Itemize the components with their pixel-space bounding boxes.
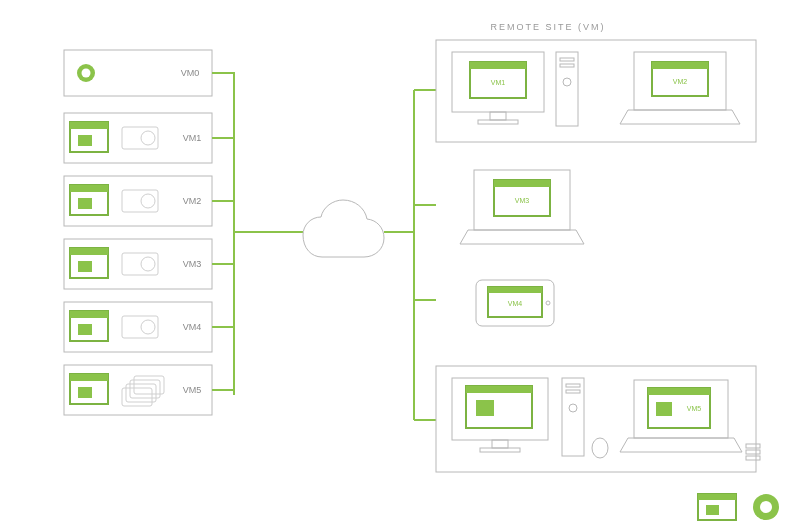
app-window-icon bbox=[70, 248, 108, 278]
svg-rect-63 bbox=[566, 384, 580, 387]
gpu-card-icon bbox=[122, 316, 158, 338]
app-window-icon bbox=[70, 122, 108, 152]
footer-app-window-icon bbox=[698, 494, 736, 520]
svg-rect-43 bbox=[560, 64, 574, 67]
peripheral-icon bbox=[746, 444, 760, 460]
svg-rect-13 bbox=[122, 190, 158, 212]
vm-row-2: VM2 bbox=[64, 176, 212, 226]
host-vm0-label: VM0 bbox=[181, 68, 200, 78]
svg-rect-19 bbox=[122, 253, 158, 275]
vm-row-1: VM1 bbox=[64, 113, 212, 163]
svg-rect-58 bbox=[480, 448, 520, 452]
remote-tablet: VM4 bbox=[476, 280, 554, 326]
footer-nvidia-ring-icon bbox=[753, 494, 779, 520]
laptop-icon: VM2 bbox=[620, 52, 740, 124]
cloud-icon bbox=[303, 200, 384, 257]
vm-row-5: VM5 bbox=[64, 365, 212, 415]
svg-rect-17 bbox=[70, 248, 108, 255]
svg-rect-5 bbox=[70, 122, 108, 129]
svg-point-8 bbox=[141, 131, 155, 145]
svg-rect-6 bbox=[78, 135, 92, 146]
vm-row-3: VM3 bbox=[64, 239, 212, 289]
svg-rect-50 bbox=[494, 180, 550, 187]
svg-rect-40 bbox=[470, 62, 526, 69]
svg-rect-18 bbox=[78, 261, 92, 272]
svg-point-44 bbox=[563, 78, 571, 86]
remote-bottom-laptop-label: VM5 bbox=[687, 405, 702, 412]
svg-point-66 bbox=[592, 438, 608, 458]
svg-rect-64 bbox=[566, 390, 580, 393]
nvidia-ring-icon bbox=[77, 64, 95, 82]
svg-rect-57 bbox=[492, 440, 508, 448]
remote-tablet-label: VM4 bbox=[508, 300, 523, 307]
gpu-card-icon bbox=[122, 253, 158, 275]
gpu-card-icon bbox=[122, 127, 158, 149]
svg-rect-7 bbox=[122, 127, 158, 149]
desktop-icon: VM1 bbox=[452, 52, 544, 124]
svg-rect-69 bbox=[648, 388, 710, 395]
gpu-stack-icon bbox=[122, 376, 164, 406]
svg-rect-11 bbox=[70, 185, 108, 192]
svg-rect-70 bbox=[656, 402, 672, 416]
svg-rect-42 bbox=[560, 58, 574, 61]
svg-rect-75 bbox=[698, 494, 736, 500]
vm-row-label: VM4 bbox=[183, 322, 202, 332]
svg-rect-23 bbox=[70, 311, 108, 318]
svg-rect-12 bbox=[78, 198, 92, 209]
remote-mid-laptop: VM3 bbox=[460, 170, 584, 244]
svg-rect-38 bbox=[478, 120, 518, 124]
vm-row-label: VM3 bbox=[183, 259, 202, 269]
svg-rect-71 bbox=[746, 444, 760, 448]
svg-rect-73 bbox=[746, 456, 760, 460]
svg-point-78 bbox=[760, 501, 772, 513]
svg-rect-72 bbox=[746, 450, 760, 454]
tower-icon bbox=[556, 52, 578, 126]
svg-rect-37 bbox=[490, 112, 506, 120]
app-window-icon bbox=[70, 374, 108, 404]
svg-rect-53 bbox=[488, 287, 542, 293]
remote-top-group: VM1 VM2 bbox=[436, 40, 756, 142]
host-vm0: VM0 bbox=[64, 50, 212, 96]
svg-point-2 bbox=[82, 69, 91, 78]
svg-rect-25 bbox=[122, 316, 158, 338]
laptop-icon: VM5 bbox=[620, 380, 742, 452]
svg-point-54 bbox=[546, 301, 550, 305]
svg-point-65 bbox=[569, 404, 577, 412]
svg-rect-30 bbox=[78, 387, 92, 398]
remote-bottom-group: VM5 bbox=[436, 366, 760, 472]
svg-rect-24 bbox=[78, 324, 92, 335]
remote-mid-laptop-label: VM3 bbox=[515, 197, 530, 204]
svg-rect-47 bbox=[652, 62, 708, 69]
svg-rect-76 bbox=[706, 505, 719, 515]
app-window-icon bbox=[70, 185, 108, 215]
vm-row-4: VM4 bbox=[64, 302, 212, 352]
remote-top-desktop-label: VM1 bbox=[491, 79, 506, 86]
app-window-icon bbox=[70, 311, 108, 341]
desktop-icon bbox=[452, 378, 548, 452]
svg-rect-61 bbox=[476, 400, 494, 416]
vm-row-label: VM2 bbox=[183, 196, 202, 206]
vm-row-label: VM5 bbox=[183, 385, 202, 395]
gpu-card-icon bbox=[122, 190, 158, 212]
vm-row-label: VM1 bbox=[183, 133, 202, 143]
svg-rect-60 bbox=[466, 386, 532, 393]
left-connectors bbox=[212, 73, 303, 395]
remote-site-title: REMOTE SITE (VM) bbox=[491, 22, 606, 32]
svg-point-26 bbox=[141, 320, 155, 334]
svg-point-20 bbox=[141, 257, 155, 271]
svg-point-14 bbox=[141, 194, 155, 208]
mouse-icon bbox=[592, 438, 608, 458]
tower-icon bbox=[562, 378, 584, 456]
remote-top-laptop-label: VM2 bbox=[673, 78, 688, 85]
right-connectors bbox=[384, 90, 436, 420]
svg-rect-41 bbox=[556, 52, 578, 126]
svg-rect-29 bbox=[70, 374, 108, 381]
